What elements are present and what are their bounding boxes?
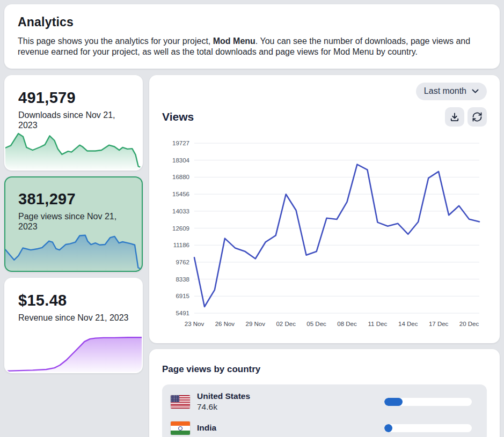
svg-text:6915: 6915	[176, 293, 189, 299]
svg-text:11186: 11186	[173, 242, 189, 248]
svg-text:18304: 18304	[172, 157, 190, 164]
svg-text:12609: 12609	[172, 225, 189, 232]
revenue-amount: $15.48	[18, 292, 142, 309]
stats-column: 491,579 Downloads since Nov 21, 2023 381…	[4, 75, 143, 373]
pageviews-sparkline	[5, 232, 142, 271]
date-range-label: Last month	[424, 86, 466, 96]
india-flag-icon	[171, 421, 190, 435]
country-row-united-states: United States 74.6k	[171, 387, 478, 417]
svg-text:17 Dec: 17 Dec	[429, 321, 449, 327]
svg-text:05 Dec: 05 Dec	[306, 321, 326, 327]
revenue-sparkline	[5, 334, 142, 372]
svg-text:16880: 16880	[172, 174, 189, 180]
svg-text:20 Dec: 20 Dec	[459, 321, 479, 327]
main-column: Last month Views	[149, 75, 500, 437]
svg-text:15456: 15456	[172, 191, 189, 197]
stat-card-downloads[interactable]: 491,579 Downloads since Nov 21, 2023	[4, 75, 143, 171]
country-name: India	[197, 423, 216, 433]
svg-text:19727: 19727	[172, 140, 189, 146]
downloads-label: Downloads since Nov 21, 2023	[18, 110, 129, 130]
pageviews-label: Page views since Nov 21, 2023	[18, 211, 129, 232]
country-name: United States	[197, 391, 250, 401]
download-icon	[449, 112, 460, 122]
svg-text:9762: 9762	[176, 259, 189, 265]
date-range-dropdown[interactable]: Last month	[416, 83, 487, 100]
pageviews-count: 381,297	[18, 190, 142, 208]
country-bar	[384, 398, 472, 406]
svg-text:5491: 5491	[176, 310, 189, 316]
country-row-india: India	[171, 417, 478, 437]
country-bar	[384, 424, 472, 432]
revenue-label: Revenue since Nov 21, 2023	[18, 313, 129, 323]
svg-text:11 Dec: 11 Dec	[368, 321, 388, 327]
svg-text:02 Dec: 02 Dec	[276, 321, 296, 327]
views-line-chart: 5491691583389762111861260914033154561688…	[149, 123, 500, 338]
country-value: 74.6k	[197, 402, 250, 412]
page-title: Analytics	[18, 15, 486, 29]
header-card: Analytics This page shows you the analyt…	[4, 4, 500, 69]
svg-text:14033: 14033	[172, 208, 189, 214]
views-panel: Last month Views	[149, 75, 500, 343]
country-bar-fill	[384, 398, 403, 406]
analytics-page: Analytics This page shows you the analyt…	[0, 0, 504, 437]
svg-text:29 Nov: 29 Nov	[246, 321, 266, 327]
stat-card-revenue[interactable]: $15.48 Revenue since Nov 21, 2023	[4, 278, 143, 373]
svg-text:26 Nov: 26 Nov	[215, 321, 235, 327]
chevron-down-icon	[472, 89, 479, 94]
refresh-icon	[472, 112, 483, 122]
us-flag-icon	[171, 395, 190, 409]
downloads-count: 491,579	[18, 89, 142, 107]
page-description: This page shows you the analytics for yo…	[18, 36, 486, 57]
country-list: United States 74.6k India	[162, 384, 487, 437]
svg-text:08 Dec: 08 Dec	[337, 321, 357, 327]
svg-text:14 Dec: 14 Dec	[398, 321, 418, 327]
country-panel-title: Page views by country	[162, 364, 487, 375]
views-title: Views	[162, 110, 194, 123]
country-panel: Page views by country United States 74.6…	[149, 349, 500, 437]
downloads-sparkline	[5, 131, 142, 169]
country-bar-fill	[384, 424, 392, 432]
svg-text:8338: 8338	[176, 276, 189, 283]
stat-card-pageviews[interactable]: 381,297 Page views since Nov 21, 2023	[4, 176, 143, 272]
project-name: Mod Menu	[213, 36, 255, 46]
svg-text:23 Nov: 23 Nov	[185, 321, 204, 327]
